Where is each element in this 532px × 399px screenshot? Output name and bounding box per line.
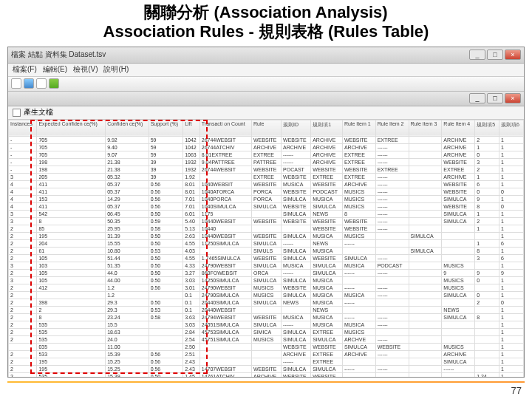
table-row[interactable]: 253515.53.0324051SIMULCASIMULCA------MUS…	[9, 321, 524, 328]
table-row[interactable]: 3850.350.595.4010440WEBSITWEBSITEWEBSITE…	[9, 217, 524, 225]
inner-close-button[interactable]: ×	[505, 93, 521, 103]
generate-doc-checkbox[interactable]	[13, 109, 21, 117]
window-titlebar[interactable]: 檔案 結點 資料集 Dataset.tsv _ □ ×	[8, 47, 524, 64]
inner-minimize-button[interactable]: _	[469, 93, 485, 103]
table-row[interactable]: 253518.632.8445753SIMULCASIMICASIMULCAEX…	[9, 328, 524, 335]
toolbar	[8, 77, 524, 92]
table-row[interactable]: 2823.240.583.6324794WEBSITWEBSITEMUSICAM…	[9, 313, 524, 321]
table-cell: 2	[9, 328, 37, 335]
table-row[interactable]: 28525.950.585.1310440WEBSITEWEBSITE-----…	[9, 225, 524, 232]
table-row[interactable]: 253524.02.5445751SIMULCAMUSICSSIMULCASIM…	[9, 335, 524, 343]
table-cell: 705	[37, 151, 106, 158]
table-row[interactable]: 26110.800.534.03SIMULSSIMULCAMUSICASIMUL…	[9, 247, 524, 254]
menu-help[interactable]: 說明(H)	[103, 64, 129, 75]
column-header[interactable]: 規則項5	[475, 120, 499, 136]
table-row[interactable]: 441105.370.568.011040ATORCAPORCAWEBSITEP…	[9, 188, 524, 195]
table-row[interactable]: 310544.000.503.0314250SIMULCASIMULCASIMU…	[9, 276, 524, 284]
table-row[interactable]: 2229.30.530.120440WEBSITNEWSNEWS1	[9, 306, 524, 313]
table-cell: WEBSITE	[251, 217, 281, 225]
table-row[interactable]: 219531.390.502.6310440WEBSITWEBSITESIMUL…	[9, 232, 524, 239]
table-cell: ------	[282, 269, 311, 276]
table-cell: 0.59	[149, 217, 183, 225]
inner-maximize-button[interactable]: □	[487, 93, 503, 103]
column-header[interactable]: Rule Item 1	[342, 120, 375, 136]
table-row[interactable]: 253315.390.562.51ARCHIVEEXTREEARCHIVE---…	[9, 350, 524, 358]
table-cell: SIMULCA	[282, 328, 311, 335]
menu-view[interactable]: 檢視(V)	[73, 64, 98, 75]
table-row[interactable]: 03511.002.50WEBSITEWEBSITESIMULCAWEBSITE…	[9, 343, 524, 350]
column-header[interactable]: Rule	[251, 120, 281, 136]
maximize-button[interactable]: □	[487, 50, 503, 60]
table-cell: 1042	[183, 136, 200, 143]
table-row[interactable]: 441105.370.567.011040SIMULCASIMULCAWEBSI…	[9, 202, 524, 210]
table-cell	[375, 276, 409, 284]
table-row[interactable]: 219515.250.562.43------EXTREESIMULCA1	[9, 358, 524, 365]
table-row[interactable]: 24121.20.563.0124790WEBSITMUSICSWEBSITEM…	[9, 284, 524, 291]
table-cell: ------	[375, 321, 409, 328]
table-cell: 0.58	[149, 225, 183, 232]
table-cell	[251, 358, 281, 365]
close-button[interactable]: ×	[505, 50, 521, 60]
tool-icon-4[interactable]	[49, 78, 59, 89]
table-row[interactable]: -7059.075910638.01EXTREEEXTREE------ARCH…	[9, 151, 524, 158]
table-cell: 1	[499, 350, 524, 358]
rules-table[interactable]: InstancesExpected Confiden ce(%)Confiden…	[8, 120, 524, 378]
table-row[interactable]: 441105.370.568.011040WEBSITWEBSITEMUSICA…	[9, 180, 524, 188]
column-header[interactable]: 規則ID	[282, 120, 311, 136]
table-row[interactable]: 210551.440.504.551.7465SIMULCAWEBSITESIM…	[9, 254, 524, 262]
table-row[interactable]: 310351.350.504.3324790WEBSITSIMULCAMUSIC…	[9, 262, 524, 269]
menu-edit[interactable]: 編輯(E)	[43, 64, 67, 75]
table-row[interactable]: -19821.3839193226744WEBSITWEBSITEPOCASTW…	[9, 166, 524, 173]
tool-icon-3[interactable]	[36, 78, 47, 89]
table-row[interactable]: 320505.32391.92EXTREEWEBSITEEXTREEEXTREE…	[9, 173, 524, 180]
column-header[interactable]: Expected Confiden ce(%)	[37, 120, 106, 136]
table-cell: WEBSITE	[342, 166, 375, 173]
table-cell: 1	[499, 372, 524, 378]
table-row[interactable]: 253515.390.501.4514761ATCHIVARCHIVEWEBSI…	[9, 372, 524, 378]
column-header[interactable]: Rule Item 2	[375, 120, 409, 136]
column-header[interactable]: Transacti on Count	[200, 120, 251, 136]
table-cell: 3	[475, 158, 499, 166]
table-row[interactable]: -19821.383919329.04PATTREEPATTREE------A…	[9, 158, 524, 166]
table-cell: 153	[37, 195, 106, 202]
tool-icon-1[interactable]	[11, 78, 21, 89]
minimize-button[interactable]: _	[469, 50, 485, 60]
column-header[interactable]: Support (%)	[149, 120, 183, 136]
column-header[interactable]: 規則項1	[311, 120, 343, 136]
table-row[interactable]: 210544.00.503.27860FOWEBSITORCA------SIM…	[9, 269, 524, 276]
table-cell	[409, 262, 442, 269]
column-header[interactable]: Rule Item 4	[442, 120, 475, 136]
menu-file[interactable]: 檔案(F)	[13, 64, 37, 75]
table-cell: 105	[37, 254, 106, 262]
table-cell: 26744ATCHIV	[200, 143, 251, 151]
table-cell: MUSICA	[311, 284, 343, 291]
column-header[interactable]: 規則項6	[499, 120, 524, 136]
table-cell: WEBSITE	[311, 254, 343, 262]
table-row[interactable]: -7059.4059104226744ATCHIVARCHIVEARCHIVEA…	[9, 143, 524, 151]
table-row[interactable]: 239829.30.500.120440SIMULCASIMULCANEWSMU…	[9, 299, 524, 306]
table-cell: 9.07	[106, 151, 149, 158]
column-header[interactable]: Confiden ce(%)	[106, 120, 149, 136]
table-row[interactable]: 220415.550.504.5511250SIMULCASIMULCA----…	[9, 239, 524, 247]
column-header[interactable]: Instances	[9, 120, 37, 136]
tool-icon-2[interactable]	[24, 78, 34, 89]
rules-grid[interactable]: InstancesExpected Confiden ce(%)Confiden…	[8, 120, 524, 378]
table-cell	[409, 291, 442, 299]
table-cell: 6.01	[183, 210, 200, 217]
column-header[interactable]: Lift	[183, 120, 200, 136]
table-cell: ------	[375, 254, 409, 262]
table-row[interactable]: -7059.9259104226744WEBSITWEBSITEWEBSITEA…	[9, 136, 524, 143]
table-cell: 2	[475, 166, 499, 173]
table-cell: 10440WEBSIT	[200, 217, 251, 225]
table-cell: ------	[375, 269, 409, 276]
table-cell: SIMULCA	[251, 276, 281, 284]
table-row[interactable]: 219515.250.562.4314707WEBSITWEBSITESIMUL…	[9, 365, 524, 372]
table-cell	[409, 158, 442, 166]
table-cell: PODCAST	[311, 188, 343, 195]
table-row[interactable]: 21.20.124790SIMULCAMUSICSSIMULCAMUSICAMU…	[9, 291, 524, 299]
table-row[interactable]: 354206.450.506.011175SIMULCANEWS8------S…	[9, 210, 524, 217]
column-header[interactable]: Rule Item 3	[409, 120, 442, 136]
table-cell: 59	[149, 151, 183, 158]
table-cell: 9.04PATTREE	[200, 158, 251, 166]
table-row[interactable]: 415314.290.567.011040PORCAPORCASIMULCAMU…	[9, 195, 524, 202]
